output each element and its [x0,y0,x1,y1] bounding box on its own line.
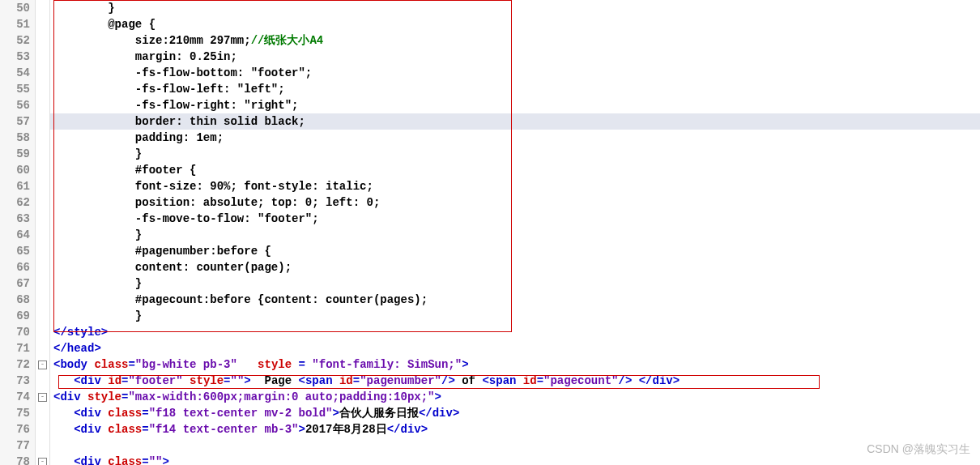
line-number[interactable]: 55 [0,81,30,97]
line-number[interactable]: 75 [0,405,30,421]
code-text: font-size: 90%; font-style: italic; [53,180,373,193]
line-number[interactable]: 77 [0,437,30,454]
code-text: </head> [53,342,101,355]
line-number[interactable]: 59 [0,146,30,162]
line-number[interactable]: 57 [0,113,30,130]
watermark-text: CSDN @落魄实习生 [867,442,970,457]
code-text: -fs-flow-bottom: "footer"; [53,66,312,79]
line-number[interactable]: 56 [0,97,30,113]
line-number[interactable]: 58 [0,130,30,146]
code-text [53,439,60,452]
line-number[interactable]: 51 [0,16,30,32]
code-text: } [53,2,115,15]
code-text: position: absolute; top: 0; left: 0; [53,196,380,209]
line-number[interactable]: 52 [0,32,30,49]
line-number[interactable]: 78 [0,454,30,465]
code-text: #pagenumber:before { [53,245,271,258]
line-number[interactable]: 54 [0,65,30,81]
code-text-area[interactable]: } @page { size:210mm 297mm;//纸张大小A4 marg… [50,0,980,465]
code-editor: 50 51 52 53 54 55 56 57 58 59 60 61 62 6… [0,0,980,465]
code-text: <div class=""> [53,455,169,465]
code-text: content: counter(page); [53,261,292,274]
line-number[interactable]: 60 [0,162,30,178]
line-number[interactable]: 63 [0,211,30,227]
line-number[interactable]: 76 [0,421,30,437]
code-text: size:210mm 297mm;//纸张大小A4 [53,34,323,47]
code-text: } [53,277,142,290]
code-text: <div id="footer" style=""> Page <span id… [53,374,680,387]
line-number[interactable]: 53 [0,49,30,65]
code-text: -fs-flow-left: "left"; [53,83,285,96]
code-text: } [53,228,142,241]
fold-toggle-icon[interactable]: - [38,360,47,369]
code-text: </style> [53,326,108,339]
code-text: <div class="f18 text-center mv-2 bold">合… [53,407,459,420]
code-text: @page { [53,18,156,31]
line-number[interactable]: 73 [0,373,30,389]
line-number[interactable]: 66 [0,259,30,275]
fold-toggle-icon[interactable]: - [38,393,47,402]
line-number[interactable]: 71 [0,340,30,356]
code-text: } [53,309,142,322]
code-text: #pagecount:before {content: counter(page… [53,293,428,306]
code-text: padding: 1em; [53,131,224,144]
line-number[interactable]: 69 [0,308,30,324]
code-text: } [53,147,142,160]
line-number[interactable]: 72 [0,356,30,373]
fold-column: - - - [36,0,50,465]
line-number[interactable]: 64 [0,227,30,243]
fold-toggle-icon[interactable]: - [38,458,47,465]
line-number-gutter[interactable]: 50 51 52 53 54 55 56 57 58 59 60 61 62 6… [0,0,36,465]
code-text: -fs-move-to-flow: "footer"; [53,212,319,225]
line-number[interactable]: 65 [0,243,30,259]
line-number[interactable]: 62 [0,194,30,211]
line-number[interactable]: 70 [0,324,30,340]
code-text: border: thin solid black; [53,115,305,128]
code-text: <div class="f14 text-center mb-3">2017年8… [53,423,428,436]
code-text: <div style="max-width:600px;margin:0 aut… [53,390,441,403]
line-number[interactable]: 68 [0,292,30,308]
line-number[interactable]: 74 [0,389,30,405]
code-text: <body class="bg-white pb-3" style = "fon… [53,358,469,371]
line-number[interactable]: 50 [0,0,30,16]
code-text: #footer { [53,164,196,177]
line-number[interactable]: 61 [0,178,30,194]
code-text: margin: 0.25in; [53,50,237,63]
line-number[interactable]: 67 [0,275,30,292]
code-text: -fs-flow-right: "right"; [53,99,298,112]
